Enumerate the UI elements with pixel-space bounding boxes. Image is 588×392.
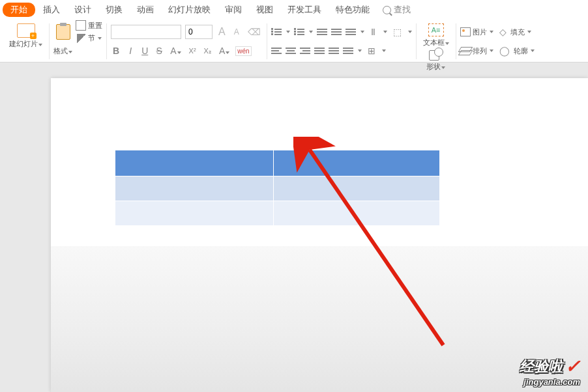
font-size-input[interactable]	[185, 25, 213, 39]
increase-indent-button[interactable]	[331, 27, 342, 36]
group-insert: A≡ 文本框 形状	[417, 23, 456, 59]
number-list-button[interactable]	[294, 27, 304, 36]
group-paragraph: Ⅱ ⬚ ⊞	[267, 23, 417, 59]
bullet-list-button[interactable]	[271, 27, 282, 36]
menu-tab-start[interactable]: 开始	[3, 3, 35, 17]
align-center-button[interactable]	[286, 46, 296, 55]
paste-icon	[56, 24, 70, 40]
bold-button[interactable]: B	[111, 46, 121, 56]
picture-icon	[460, 27, 471, 36]
convert-smartart-button[interactable]: ⊞	[366, 46, 377, 56]
align-left-button[interactable]	[271, 46, 282, 55]
columns-button[interactable]	[343, 46, 353, 55]
italic-button[interactable]: I	[125, 46, 136, 56]
format-painter-button[interactable]: 节	[77, 33, 102, 43]
check-icon: ✓	[565, 356, 580, 377]
shape-icon	[429, 48, 443, 61]
distribute-button[interactable]	[329, 46, 339, 55]
text-effect-button[interactable]: A	[217, 46, 231, 56]
strike-button[interactable]: S	[154, 46, 164, 56]
paste-button[interactable]	[53, 24, 73, 40]
menu-bar: 开始 插入 设计 切换 动画 幻灯片放映 审阅 视图 开发工具 特色功能 查找	[0, 0, 588, 20]
brush-icon	[77, 34, 86, 43]
outline-icon: ◯	[497, 46, 512, 56]
table-row[interactable]	[115, 176, 441, 201]
textbox-button[interactable]: A≡ 文本框	[420, 23, 452, 48]
ribbon: + 建幻灯片 重置 节 格式 A A ⌫ B I U S	[0, 20, 588, 63]
menu-tab-animation[interactable]: 动画	[130, 1, 160, 18]
underline-button[interactable]: U	[140, 46, 150, 56]
fill-icon: ◇	[497, 27, 508, 37]
align-right-button[interactable]	[300, 46, 310, 55]
arrange-icon	[460, 47, 471, 55]
new-slide-icon: +	[17, 23, 35, 38]
textbox-icon: A≡	[428, 23, 444, 36]
group-font: A A ⌫ B I U S A X² X₂ A wén	[107, 23, 267, 59]
copy-icon	[77, 21, 86, 31]
watermark: 经验啦✓ jingyanla.com	[520, 356, 580, 387]
superscript-button[interactable]: X²	[187, 47, 198, 55]
phonetic-button[interactable]: wén	[235, 46, 251, 56]
search-box[interactable]: 查找	[377, 1, 416, 18]
shape-button[interactable]: 形状	[420, 48, 452, 72]
fill-button[interactable]: ◇填充	[497, 27, 531, 37]
search-label: 查找	[394, 4, 411, 16]
line-spacing-button[interactable]	[345, 27, 356, 36]
slide-table[interactable]	[115, 150, 441, 226]
slide-floor	[51, 246, 588, 392]
menu-tab-design[interactable]: 设计	[68, 1, 98, 18]
shrink-font-button[interactable]: A	[231, 27, 242, 36]
arrange-button[interactable]: 排列	[460, 46, 493, 56]
menu-tab-transition[interactable]: 切换	[99, 1, 129, 18]
picture-button[interactable]: 图片	[460, 27, 493, 37]
grow-font-button[interactable]: A	[216, 26, 228, 38]
menu-tab-slideshow[interactable]: 幻灯片放映	[162, 1, 217, 18]
font-color-button[interactable]: A	[168, 46, 183, 56]
copy-button[interactable]: 重置	[77, 21, 102, 31]
menu-tab-review[interactable]: 审阅	[218, 1, 248, 18]
new-slide-button[interactable]: + 建幻灯片	[7, 23, 45, 49]
menu-tab-insert[interactable]: 插入	[37, 1, 66, 18]
align-text-button[interactable]: ⬚	[391, 27, 404, 37]
search-icon	[383, 6, 391, 14]
table-row[interactable]	[115, 201, 441, 226]
text-direction-button[interactable]: Ⅱ	[368, 27, 379, 37]
table-row[interactable]	[115, 150, 441, 176]
slide-content	[51, 78, 588, 392]
group-arrange: 图片 ◇填充 排列 ◯轮廓	[456, 23, 538, 59]
group-slides: + 建幻灯片	[3, 23, 50, 59]
subscript-button[interactable]: X₂	[202, 47, 213, 55]
menu-tab-special[interactable]: 特色功能	[329, 1, 376, 18]
outline-button[interactable]: ◯轮廓	[497, 46, 535, 56]
group-clipboard: 重置 节 格式	[50, 23, 107, 59]
align-justify-button[interactable]	[314, 46, 325, 55]
font-name-input[interactable]	[111, 25, 181, 39]
slide-canvas[interactable]	[51, 78, 588, 392]
clear-format-button[interactable]: ⌫	[246, 27, 263, 37]
decrease-indent-button[interactable]	[317, 27, 327, 36]
menu-tab-view[interactable]: 视图	[250, 1, 280, 18]
menu-tab-devtools[interactable]: 开发工具	[281, 1, 328, 18]
